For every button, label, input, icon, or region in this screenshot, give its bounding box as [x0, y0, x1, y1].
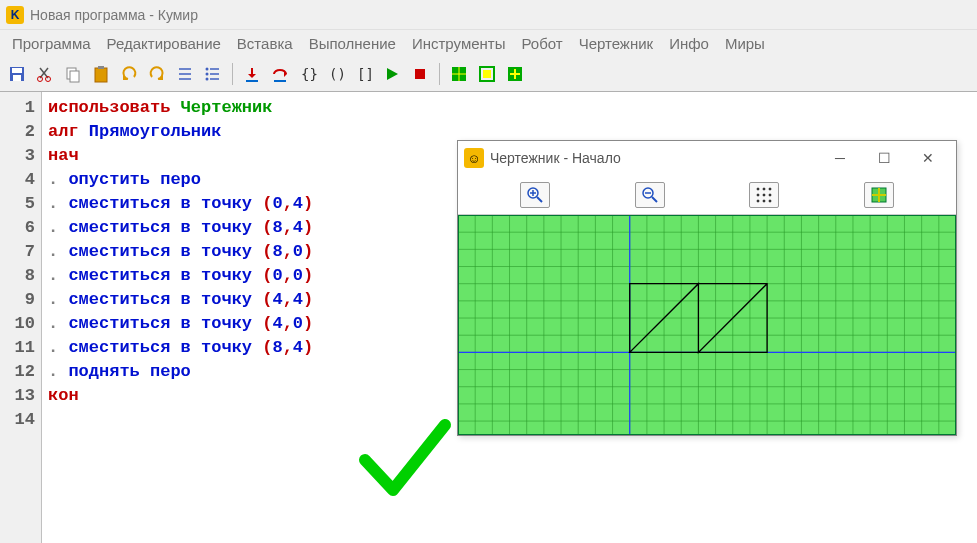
token: (: [262, 194, 272, 213]
token: ,: [283, 338, 293, 357]
close-button[interactable]: ✕: [906, 143, 950, 173]
line-number: 1: [0, 96, 35, 120]
svg-rect-9: [95, 68, 107, 82]
token: .: [48, 242, 68, 261]
token: ,: [283, 290, 293, 309]
token: ,: [283, 242, 293, 261]
stop-icon[interactable]: [407, 61, 433, 87]
minimize-button[interactable]: ─: [818, 143, 862, 173]
redo-icon[interactable]: [144, 61, 170, 87]
token: использовать: [48, 98, 181, 117]
svg-rect-10: [98, 66, 104, 69]
fit-button[interactable]: [864, 182, 894, 208]
svg-text:[]: []: [357, 66, 373, 82]
brace2-icon[interactable]: (): [323, 61, 349, 87]
app-icon: K: [6, 6, 24, 24]
list2-icon[interactable]: [200, 61, 226, 87]
svg-text:{}: {}: [301, 66, 317, 82]
grid-plus-icon[interactable]: [502, 61, 528, 87]
token: .: [48, 218, 68, 237]
copy-icon[interactable]: [60, 61, 86, 87]
menu-программа[interactable]: Программа: [4, 33, 99, 54]
token: 0: [272, 194, 282, 213]
token: 0: [293, 266, 303, 285]
drawer-app-icon: ☺: [464, 148, 484, 168]
menu-редактирование[interactable]: Редактирование: [99, 33, 229, 54]
grid-outline-icon[interactable]: [474, 61, 500, 87]
token: .: [48, 170, 68, 189]
menu-инфо[interactable]: Инфо: [661, 33, 717, 54]
list1-icon[interactable]: [172, 61, 198, 87]
grid-green-icon[interactable]: [446, 61, 472, 87]
menu-робот[interactable]: Робот: [513, 33, 570, 54]
token: сместиться в точку: [68, 314, 262, 333]
save-icon[interactable]: [4, 61, 30, 87]
menu-миры[interactable]: Миры: [717, 33, 773, 54]
token: ,: [283, 314, 293, 333]
token: кон: [48, 386, 79, 405]
token: 4: [293, 338, 303, 357]
token: .: [48, 362, 68, 381]
menu-выполнение[interactable]: Выполнение: [301, 33, 404, 54]
svg-line-39: [652, 197, 657, 202]
zoom-in-button[interactable]: [520, 182, 550, 208]
token: 4: [293, 290, 303, 309]
token: сместиться в точку: [68, 338, 262, 357]
svg-line-35: [537, 197, 542, 202]
line-number: 5: [0, 192, 35, 216]
token: 0: [293, 242, 303, 261]
token: ): [303, 194, 313, 213]
svg-point-49: [769, 200, 771, 202]
window-title: Новая программа - Кумир: [30, 7, 198, 23]
toolbar: {}()[]: [0, 56, 977, 92]
play-icon[interactable]: [379, 61, 405, 87]
toolbar-separator: [232, 63, 233, 85]
token: 4: [272, 314, 282, 333]
token: 8: [272, 242, 282, 261]
token: алг: [48, 122, 89, 141]
token: 0: [272, 266, 282, 285]
paste-icon[interactable]: [88, 61, 114, 87]
line-number: 3: [0, 144, 35, 168]
step-in-icon[interactable]: [239, 61, 265, 87]
token: ): [303, 266, 313, 285]
line-number: 14: [0, 408, 35, 432]
token: ,: [283, 194, 293, 213]
token: поднять перо: [68, 362, 190, 381]
token: (: [262, 266, 272, 285]
drawer-titlebar[interactable]: ☺ Чертежник - Начало ─ ☐ ✕: [458, 141, 956, 175]
token: ,: [283, 266, 293, 285]
token: 4: [293, 218, 303, 237]
token: 8: [272, 338, 282, 357]
toolbar-separator: [439, 63, 440, 85]
token: ,: [283, 218, 293, 237]
drawer-title: Чертежник - Начало: [490, 150, 818, 166]
brace3-icon[interactable]: []: [351, 61, 377, 87]
zoom-out-button[interactable]: [635, 182, 665, 208]
drawer-window[interactable]: ☺ Чертежник - Начало ─ ☐ ✕: [457, 140, 957, 436]
code-line[interactable]: использовать Чертежник: [48, 96, 977, 120]
grid-button[interactable]: [749, 182, 779, 208]
svg-rect-8: [70, 71, 79, 82]
menu-чертежник[interactable]: Чертежник: [571, 33, 662, 54]
token: .: [48, 266, 68, 285]
token: .: [48, 194, 68, 213]
token: .: [48, 314, 68, 333]
token: сместиться в точку: [68, 194, 262, 213]
undo-icon[interactable]: [116, 61, 142, 87]
line-number: 12: [0, 360, 35, 384]
step-over-icon[interactable]: [267, 61, 293, 87]
menu-вставка[interactable]: Вставка: [229, 33, 301, 54]
svg-point-43: [769, 188, 771, 190]
menu-инструменты[interactable]: Инструменты: [404, 33, 514, 54]
token: 4: [293, 194, 303, 213]
line-number: 7: [0, 240, 35, 264]
token: ): [303, 218, 313, 237]
line-number: 9: [0, 288, 35, 312]
cut-icon[interactable]: [32, 61, 58, 87]
brace-icon[interactable]: {}: [295, 61, 321, 87]
maximize-button[interactable]: ☐: [862, 143, 906, 173]
drawer-canvas[interactable]: [458, 215, 956, 435]
svg-rect-20: [246, 80, 258, 82]
line-number: 10: [0, 312, 35, 336]
